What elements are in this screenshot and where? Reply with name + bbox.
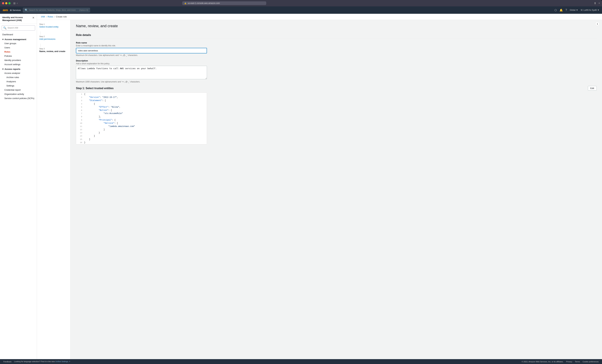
back-icon[interactable]: ‹ xyxy=(17,2,18,5)
breadcrumb-iam[interactable]: IAM xyxy=(41,15,45,18)
main-container: Identity and Access Management (IAM) ✕ 🔍… xyxy=(0,14,602,359)
breadcrumb-sep-2: › xyxy=(54,15,55,18)
wizard-steps-panel: Step 1 Select trusted entity Step 2 Add … xyxy=(37,20,71,359)
share-icon[interactable]: ⬆ xyxy=(594,2,596,5)
code-line-14: 14 } xyxy=(76,135,207,138)
code-line-4: 4 { xyxy=(76,102,207,106)
content-area: IAM › Roles › Create role Step 1 Select … xyxy=(37,14,602,359)
footer-copyright: © 2022, Amazon Web Services, Inc. or its… xyxy=(522,361,563,363)
sidebar-search-input[interactable] xyxy=(8,27,34,29)
breadcrumb-sep-1: › xyxy=(46,15,46,18)
sidebar-search-box[interactable]: 🔍 xyxy=(2,25,35,31)
address-bar[interactable]: 🔒 us-east-1.console.aws.amazon.com xyxy=(182,1,266,5)
sidebar-item-scps[interactable]: Service control policies (SCPs) xyxy=(0,96,37,100)
code-line-2: 2 "Version": "2012-10-17", xyxy=(76,96,207,99)
role-details-section-title: Role details xyxy=(76,32,597,39)
code-line-7: 7 "sts:AssumeRole" xyxy=(76,112,207,115)
wizard-step-2-title[interactable]: Add permissions xyxy=(39,38,68,40)
privacy-link[interactable]: Privacy xyxy=(566,361,572,363)
global-search[interactable]: 🔍 [Option+S] xyxy=(23,8,90,13)
sidebar-section-access-reports[interactable]: ▾ Access reports xyxy=(0,66,37,71)
sidebar-item-users[interactable]: Users xyxy=(0,45,37,50)
step-divider-2 xyxy=(40,44,68,47)
access-management-label: Access management xyxy=(5,38,26,41)
help-icon[interactable]: ? xyxy=(566,9,567,11)
code-line-8: 8 ], xyxy=(76,115,207,118)
description-textarea[interactable]: Allows Lambda functions to call AWS serv… xyxy=(76,66,207,79)
sidebar-item-organization-activity[interactable]: Organization activity xyxy=(0,92,37,96)
sidebar-item-policies[interactable]: Policies xyxy=(0,54,37,58)
global-search-input[interactable] xyxy=(29,9,78,11)
breadcrumb: IAM › Roles › Create role xyxy=(37,14,602,20)
sidebar-item-access-analyzer[interactable]: Access analyzer xyxy=(0,71,37,75)
wizard-step-3: Step 3 Name, review, and create xyxy=(39,48,68,53)
code-line-15: 15 ] xyxy=(76,138,207,141)
edit-button[interactable]: Edit xyxy=(588,86,597,90)
search-icon: 🔍 xyxy=(25,9,28,12)
code-line-5: 5 "Effect": "Allow", xyxy=(76,106,207,109)
role-name-input[interactable] xyxy=(76,48,207,54)
sidebar-toggle-icon[interactable]: ⊞ xyxy=(13,2,15,5)
traffic-lights xyxy=(2,2,11,4)
footer-language-message: Looking for language selection? Find it … xyxy=(14,361,70,363)
wizard-step-2-label: Step 2 xyxy=(39,35,68,37)
access-reports-label: Access reports xyxy=(5,68,20,70)
description-group: Description Add a short explanation for … xyxy=(76,59,597,83)
trust-section-header: Step 1: Select trusted entities Edit xyxy=(76,86,597,90)
grid-icon: ⊞ xyxy=(10,9,12,11)
page-title: Name, review, and create xyxy=(76,24,597,28)
sidebar-item-dashboard[interactable]: Dashboard xyxy=(0,32,37,37)
sidebar-item-archive-rules[interactable]: Archive rules xyxy=(0,75,37,79)
cookie-preferences-link[interactable]: Cookie preferences xyxy=(583,361,599,363)
bell-icon[interactable]: 🔔 xyxy=(559,9,563,12)
wizard-step-1-label: Step 1 xyxy=(39,23,68,25)
info-icon[interactable]: ℹ xyxy=(595,22,599,26)
description-hint: Add a short explanation for this policy. xyxy=(76,63,597,65)
browser-chrome: ⊞ ‹ 🔒 us-east-1.console.aws.amazon.com ⬆… xyxy=(0,0,602,6)
code-line-10: 10 "Service": [ xyxy=(76,122,207,125)
wizard-step-3-label: Step 3 xyxy=(39,48,68,50)
feedback-link[interactable]: Feedback xyxy=(3,361,11,363)
maximize-button[interactable] xyxy=(8,2,11,4)
code-line-1: 1 { xyxy=(76,93,207,96)
arrow-down-icon: ▾ xyxy=(2,38,3,41)
sidebar-item-user-groups[interactable]: User groups xyxy=(0,41,37,45)
url-text: us-east-1.console.aws.amazon.com xyxy=(188,2,220,4)
services-menu[interactable]: ⊞ Services xyxy=(10,9,21,11)
unified-settings-link[interactable]: Unified Settings ↗ xyxy=(55,361,70,363)
sidebar-title: Identity and Access Management (IAM) xyxy=(2,16,23,22)
sidebar-item-analyzers[interactable]: Analyzers xyxy=(0,79,37,84)
sidebar-item-roles[interactable]: Roles xyxy=(0,50,37,54)
search-shortcut: [Option+S] xyxy=(79,9,88,11)
footer: Feedback Looking for language selection?… xyxy=(0,359,602,364)
breadcrumb-roles[interactable]: Roles xyxy=(48,15,53,18)
code-line-3: 3 "Statement": [ xyxy=(76,99,207,102)
sidebar-item-account-settings[interactable]: Account settings xyxy=(0,62,37,66)
role-name-label: Role name xyxy=(76,42,597,44)
user-menu[interactable]: M. Luthfi As Syafii ▼ xyxy=(581,9,599,11)
cloud-shell-icon[interactable]: ⬡ xyxy=(554,9,557,12)
nav-right: ⬡ 🔔 ? Global ▼ M. Luthfi As Syafii ▼ xyxy=(554,9,599,12)
trust-section-title: Step 1: Select trusted entities xyxy=(76,87,114,90)
add-tab-icon[interactable]: + xyxy=(599,2,600,5)
close-button[interactable] xyxy=(2,2,4,4)
sidebar-item-credential-report[interactable]: Credential report xyxy=(0,88,37,92)
services-label: Services xyxy=(12,9,21,11)
sidebar-search-icon: 🔍 xyxy=(3,26,7,30)
sidebar-section-access-management[interactable]: ▾ Access management xyxy=(0,37,37,41)
sidebar-close-icon[interactable]: ✕ xyxy=(32,16,34,19)
role-name-constraint: Maximum 64 characters. Use alphanumeric … xyxy=(76,54,597,56)
sidebar-item-settings[interactable]: Settings xyxy=(0,84,37,88)
description-constraint: Maximum 1000 characters. Use alphanumeri… xyxy=(76,81,597,83)
aws-topnav: aws ⊞ Services 🔍 [Option+S] ⬡ 🔔 ? Global… xyxy=(0,6,602,14)
wizard-step-1-title[interactable]: Select trusted entity xyxy=(39,25,68,28)
code-line-12: 12 ] xyxy=(76,128,207,131)
terms-link[interactable]: Terms xyxy=(575,361,580,363)
arrow-down-icon-2: ▾ xyxy=(2,68,3,70)
sidebar-item-identity-providers[interactable]: Identity providers xyxy=(0,58,37,62)
sidebar: Identity and Access Management (IAM) ✕ 🔍… xyxy=(0,14,37,359)
code-line-6: 6 "Action": [ xyxy=(76,109,207,112)
wizard-step-3-title[interactable]: Name, review, and create xyxy=(39,50,68,53)
global-region[interactable]: Global ▼ xyxy=(570,9,578,11)
minimize-button[interactable] xyxy=(5,2,7,4)
